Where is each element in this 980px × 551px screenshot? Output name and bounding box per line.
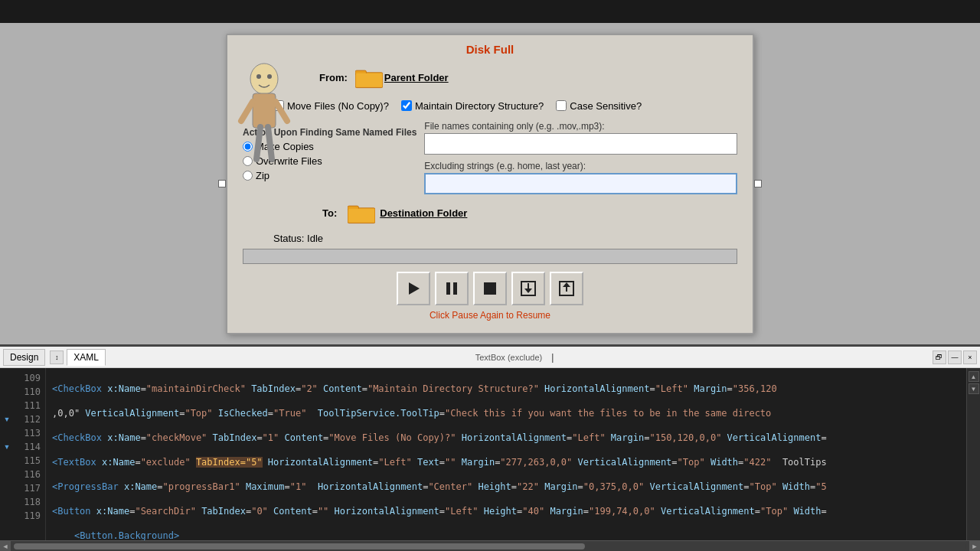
line-numbers: 109 110 111 112 113 114 115 116 117 118 … [14, 368, 46, 540]
dialog-box: Disk Full From: Parent Folder Move Files… [226, 34, 754, 334]
file-names-section: File names containing only (e.g. .mov,.m… [424, 121, 737, 155]
scroll-right-btn[interactable]: ► [969, 541, 980, 552]
dialog-title: Disk Full [243, 43, 737, 56]
designer-area: Disk Full From: Parent Folder Move Files… [0, 23, 980, 344]
gutter-line-113 [0, 426, 14, 440]
design-toolbar: Design ↕ XAML TextBox (exclude) | 🗗 — × [0, 347, 980, 368]
scroll-left-btn[interactable]: ◄ [0, 541, 11, 552]
checkboxes-row: Move Files (No Copy)? Maintain Directory… [273, 100, 737, 112]
ln-119: 119 [14, 509, 41, 523]
svg-rect-5 [348, 208, 374, 222]
code-line-109: <CheckBox x:Name="maintainDirCheck" TabI… [52, 382, 960, 396]
status-label: Status: Idle [273, 233, 323, 244]
svg-point-22 [256, 74, 261, 79]
right-btn-2[interactable]: ▼ [969, 383, 979, 394]
code-line-113: <ProgressBar x:Name="progressBar1" Maxim… [52, 480, 960, 494]
left-resize-handle[interactable] [218, 180, 226, 187]
gutter-line-112[interactable]: ▼ [0, 412, 14, 426]
ln-117: 117 [14, 481, 41, 495]
ln-109: 109 [14, 371, 41, 385]
ln-111: 111 [14, 399, 41, 412]
svg-rect-2 [356, 73, 382, 86]
svg-rect-8 [453, 282, 457, 295]
status-row: Status: Idle [273, 233, 737, 244]
gutter-line-115 [0, 454, 14, 468]
svg-point-23 [267, 74, 272, 79]
svg-marker-12 [524, 289, 532, 293]
right-panel: ▲ ▼ [966, 368, 980, 540]
file-names-input[interactable] [424, 133, 737, 155]
gutter-line-117 [0, 481, 14, 495]
toggle-btn-1[interactable]: ↕ [50, 350, 64, 364]
pause-button[interactable] [435, 272, 469, 305]
stop-button[interactable] [473, 272, 507, 305]
ln-118: 118 [14, 495, 41, 509]
tab-design[interactable]: Design [3, 349, 45, 366]
ln-113: 113 [14, 426, 41, 440]
maintain-dir-checkbox-item: Maintain Directory Structure? [401, 100, 544, 112]
maintain-dir-label: Maintain Directory Structure? [415, 100, 544, 112]
svg-line-21 [268, 127, 272, 159]
svg-point-16 [250, 64, 278, 94]
to-folder-icon[interactable] [346, 201, 377, 227]
code-editor: ▼ ▼ 109 110 111 112 113 114 115 116 117 … [0, 368, 980, 540]
svg-line-20 [256, 127, 260, 159]
ln-115: 115 [14, 454, 41, 468]
from-row: From: Parent Folder [243, 65, 737, 91]
middle-section: Action Upon Finding Same Named Files Mak… [243, 121, 737, 194]
right-toolbar-buttons: 🗗 — × [933, 350, 977, 364]
collapse-btn-1[interactable]: 🗗 [933, 350, 946, 364]
code-line-111: <CheckBox x:Name="checkMove" TabIndex="1… [52, 431, 960, 445]
svg-rect-9 [484, 282, 496, 295]
case-sensitive-checkbox-item: Case Sensitive? [556, 100, 642, 112]
file-inputs: File names containing only (e.g. .mov,.m… [424, 121, 737, 194]
right-btn-1[interactable]: ▲ [969, 371, 979, 382]
ln-114: 114 [14, 440, 41, 454]
from-folder-link[interactable]: Parent Folder [384, 72, 449, 83]
excluding-label: Excluding strings (e.g. home, last year)… [424, 161, 737, 171]
ln-112: 112 [14, 412, 41, 426]
from-label: From: [319, 72, 348, 83]
from-folder-icon[interactable] [354, 65, 384, 91]
code-line-114: <Button x:Name="SearchDir" TabIndex="0" … [52, 504, 960, 518]
import-button[interactable] [511, 272, 545, 305]
svg-rect-17 [253, 93, 276, 128]
to-row: To: Destination Folder [273, 201, 737, 227]
gutter-line-114[interactable]: ▼ [0, 440, 14, 454]
play-button[interactable] [397, 272, 430, 305]
right-resize-handle[interactable] [754, 180, 762, 187]
ln-110: 110 [14, 385, 41, 399]
gutter-line-111 [0, 399, 14, 412]
case-sensitive-label: Case Sensitive? [570, 100, 642, 112]
case-sensitive-checkbox[interactable] [556, 100, 567, 111]
code-line-115: <Button.Background> [52, 529, 960, 540]
gutter-line-116 [0, 468, 14, 481]
tab-xaml[interactable]: XAML [67, 349, 106, 366]
tab-xaml-label: XAML [74, 352, 99, 363]
tab-design-label: Design [10, 352, 38, 363]
collapse-btn-3[interactable]: × [963, 350, 977, 364]
pause-hint: Click Pause Again to Resume [243, 310, 737, 321]
code-line-110: ,0,0" VerticalAlignment="Top" IsChecked=… [52, 406, 960, 420]
scroll-thumb[interactable] [14, 543, 585, 549]
svg-marker-15 [563, 282, 570, 287]
gutter-line-109 [0, 371, 14, 385]
code-content[interactable]: <CheckBox x:Name="maintainDirCheck" TabI… [46, 368, 966, 540]
mascot [237, 60, 299, 167]
code-line-112: <TextBox x:Name="exclude" TabIndex="5" H… [52, 455, 960, 469]
controls-row [243, 272, 737, 305]
tabindex-bar: TextBox (exclude) | [475, 352, 564, 363]
collapse-btn-2[interactable]: — [948, 350, 962, 364]
export-button[interactable] [550, 272, 583, 305]
horizontal-scrollbar[interactable]: ◄ ► [0, 540, 980, 551]
maintain-dir-checkbox[interactable] [401, 100, 412, 111]
svg-line-18 [241, 102, 253, 121]
to-folder-link[interactable]: Destination Folder [380, 207, 467, 219]
bottom-panel: Design ↕ XAML TextBox (exclude) | 🗗 — × … [0, 344, 980, 551]
scroll-track[interactable] [14, 543, 966, 549]
excluding-input[interactable] [424, 173, 737, 194]
gutter-line-118 [0, 495, 14, 509]
svg-line-19 [276, 102, 287, 121]
to-label: To: [322, 207, 337, 219]
ln-116: 116 [14, 468, 41, 481]
